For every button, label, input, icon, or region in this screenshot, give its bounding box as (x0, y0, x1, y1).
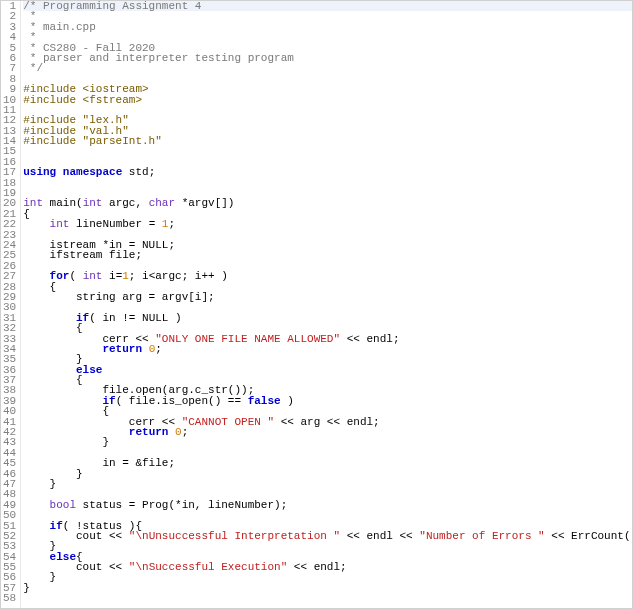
code-token: << arg << endl; (274, 416, 380, 428)
code-token: ; (182, 426, 189, 438)
line-number: 58 (3, 593, 16, 603)
code-line[interactable]: } (23, 469, 632, 479)
code-token: #include <fstream> (23, 94, 142, 106)
line-number: 27 (3, 271, 16, 281)
code-token: << endl; (340, 333, 399, 345)
code-line[interactable]: if( in != NULL ) (23, 313, 632, 323)
code-token: << endl; (287, 561, 346, 573)
code-token: bool (50, 499, 76, 511)
code-line[interactable]: in = &file; (23, 458, 632, 468)
code-token: char (149, 197, 175, 209)
code-token: ( in != NULL ) (89, 312, 181, 324)
code-token: << ErrCount() << endl; (545, 530, 632, 542)
code-token: 1 (122, 270, 129, 282)
code-line[interactable]: for( int i=1; i<argc; i++ ) (23, 271, 632, 281)
code-token: ; i<argc; i++ ) (129, 270, 228, 282)
code-token (142, 343, 149, 355)
code-line[interactable]: ifstream file; (23, 250, 632, 260)
code-token: int (83, 270, 103, 282)
code-line[interactable]: } (23, 354, 632, 364)
code-line[interactable]: bool status = Prog(*in, lineNumber); (23, 500, 632, 510)
code-line[interactable] (23, 593, 632, 603)
code-line[interactable]: * (23, 11, 632, 21)
code-line[interactable]: * main.cpp (23, 22, 632, 32)
code-token: /* Programming Assignment 4 (23, 1, 201, 12)
code-token: ) (281, 395, 294, 407)
code-line[interactable]: */ (23, 63, 632, 73)
code-token: } (23, 436, 109, 448)
code-line[interactable] (23, 178, 632, 188)
code-token: "\nUnsuccessful Interpretation " (129, 530, 340, 542)
code-token: argc, (102, 197, 148, 209)
code-token: * parser and interpreter testing program (23, 52, 294, 64)
code-token: string arg = argv[i]; (23, 291, 214, 303)
code-line[interactable] (23, 146, 632, 156)
code-line[interactable]: } (23, 437, 632, 447)
code-line[interactable]: cout << "\nUnsuccessful Interpretation "… (23, 531, 632, 541)
code-token: ifstream file; (23, 249, 142, 261)
code-line[interactable]: using namespace std; (23, 167, 632, 177)
code-token: 0 (175, 426, 182, 438)
code-token: int (50, 218, 70, 230)
code-line[interactable]: int lineNumber = 1; (23, 219, 632, 229)
line-number: 9 (3, 84, 16, 94)
code-line[interactable]: } (23, 479, 632, 489)
code-line[interactable]: * parser and interpreter testing program (23, 53, 632, 63)
code-token: #include "parseInt.h" (23, 135, 162, 147)
code-token: "ONLY ONE FILE NAME ALLOWED" (155, 333, 340, 345)
code-line[interactable]: string arg = argv[i]; (23, 292, 632, 302)
code-token: ( file.is_open() == (116, 395, 248, 407)
code-line[interactable]: #include <fstream> (23, 95, 632, 105)
code-token: *argv[]) (175, 197, 234, 209)
line-number: 32 (3, 323, 16, 333)
code-token: ( (69, 270, 82, 282)
code-line[interactable]: return 0; (23, 427, 632, 437)
code-token: "Number of Errors " (419, 530, 544, 542)
code-line[interactable]: #include "parseInt.h" (23, 136, 632, 146)
code-area[interactable]: /* Programming Assignment 4 * * main.cpp… (21, 1, 632, 608)
code-token: return (102, 343, 142, 355)
code-token: std; (122, 166, 155, 178)
code-token: ; (155, 343, 162, 355)
code-token: "CANNOT OPEN " (182, 416, 274, 428)
code-token: i= (102, 270, 122, 282)
code-token: lineNumber = (69, 218, 161, 230)
code-line[interactable]: /* Programming Assignment 4 (23, 1, 632, 11)
code-token (56, 166, 63, 178)
line-number-gutter: 1234567891011121314151617181920212223242… (1, 1, 21, 608)
code-line[interactable]: else (23, 365, 632, 375)
line-number: 50 (3, 510, 16, 520)
code-token: ; (168, 218, 175, 230)
code-token: << endl << (340, 530, 419, 542)
code-line[interactable]: } (23, 541, 632, 551)
line-number: 4 (3, 32, 16, 42)
code-token: "\nSuccessful Execution" (129, 561, 287, 573)
code-line[interactable]: cout << "\nSuccessful Execution" << endl… (23, 562, 632, 572)
code-line[interactable]: int main(int argc, char *argv[]) (23, 198, 632, 208)
code-token: main( (43, 197, 83, 209)
code-token: int (83, 197, 103, 209)
code-line[interactable]: if( file.is_open() == false ) (23, 396, 632, 406)
code-line[interactable]: } (23, 583, 632, 593)
code-token: return (129, 426, 169, 438)
code-token: status = Prog(*in, lineNumber); (76, 499, 287, 511)
code-token: namespace (63, 166, 122, 178)
code-token: false (248, 395, 281, 407)
code-line[interactable]: return 0; (23, 344, 632, 354)
code-line[interactable]: } (23, 572, 632, 582)
code-editor[interactable]: 1234567891011121314151617181920212223242… (0, 0, 633, 609)
